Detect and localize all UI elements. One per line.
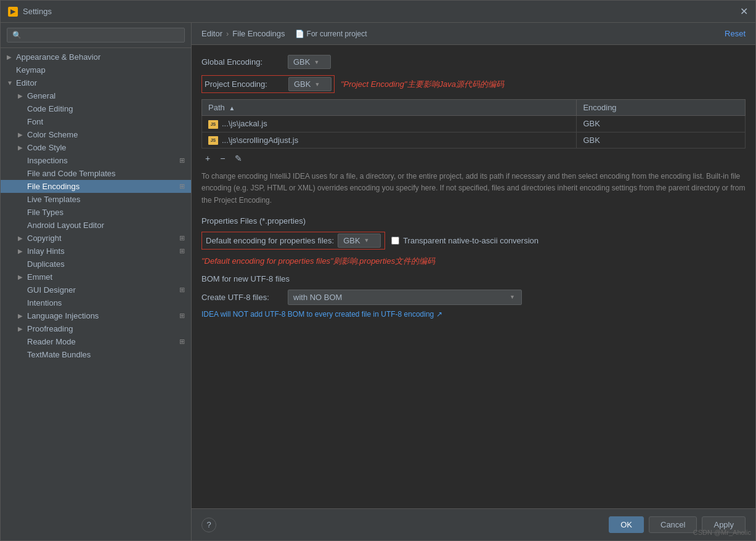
tree-arrow-icon: ▶ xyxy=(18,248,24,254)
bom-info: IDEA will NOT add UTF-8 BOM to every cre… xyxy=(201,310,746,319)
remove-encoding-button[interactable]: − xyxy=(216,152,229,165)
utf8-bom-link[interactable]: UTF-8 BOM xyxy=(264,310,304,319)
tree-arrow-icon: ▶ xyxy=(18,92,24,99)
global-encoding-dropdown[interactable]: GBK ▼ xyxy=(288,55,331,69)
sidebar-item-gui-designer[interactable]: GUI Designer⊞ xyxy=(1,283,191,296)
sidebar-item-duplicates[interactable]: Duplicates xyxy=(1,258,191,270)
sidebar-item-file-types[interactable]: File Types xyxy=(1,206,191,219)
table-cell-path: JS...\js\jackal.js xyxy=(202,116,577,132)
sort-icon: ▲ xyxy=(229,105,235,112)
file-icon: JS xyxy=(208,136,218,145)
table-cell-encoding: GBK xyxy=(577,132,746,148)
window-title: Settings xyxy=(23,7,52,16)
project-encoding-value: GBK xyxy=(294,79,311,89)
sidebar-item-proofreading[interactable]: ▶Proofreading xyxy=(1,322,191,335)
sidebar-item-label: File Types xyxy=(27,208,63,217)
title-bar: ▶ Settings ✕ xyxy=(1,1,755,23)
tree-arrow-icon: ▶ xyxy=(18,325,24,332)
sidebar-item-language-injections[interactable]: ▶Language Injections⊞ xyxy=(1,309,191,322)
sidebar-item-badge: ⊞ xyxy=(179,182,185,190)
sidebar-item-textmate-bundles[interactable]: TextMate Bundles xyxy=(1,348,191,361)
sidebar-item-badge: ⊞ xyxy=(179,338,185,346)
cancel-button[interactable]: Cancel xyxy=(649,516,697,533)
watermark: CSDN @Mr_Aholic xyxy=(693,529,751,536)
global-encoding-value: GBK xyxy=(293,57,310,67)
tree-arrow-icon: ▶ xyxy=(7,54,13,60)
reset-button[interactable]: Reset xyxy=(725,29,746,38)
sidebar-item-label: Font xyxy=(27,117,43,126)
add-encoding-button[interactable]: + xyxy=(201,152,214,165)
project-encoding-label: Project Encoding: xyxy=(205,79,285,89)
help-button[interactable]: ? xyxy=(201,518,216,532)
bom-section-title: BOM for new UTF-8 files xyxy=(201,274,746,283)
sidebar-tree: ▶Appearance & BehaviorKeymap▼Editor▶Gene… xyxy=(1,48,191,540)
sidebar-item-badge: ⊞ xyxy=(179,234,185,242)
sidebar-item-file-code-templates[interactable]: File and Code Templates xyxy=(1,167,191,180)
sidebar-item-label: File and Code Templates xyxy=(27,169,116,178)
ok-button[interactable]: OK xyxy=(609,516,644,533)
sidebar-item-inspections[interactable]: Inspections⊞ xyxy=(1,154,191,167)
sidebar-item-inlay-hints[interactable]: ▶Inlay Hints⊞ xyxy=(1,245,191,258)
for-project-button[interactable]: 📄 For current project xyxy=(295,30,367,38)
sidebar-item-android-layout-editor[interactable]: Android Layout Editor xyxy=(1,219,191,232)
create-utf8-value: with NO BOM xyxy=(293,293,342,302)
close-icon[interactable]: ✕ xyxy=(740,6,748,17)
search-input[interactable] xyxy=(7,28,185,43)
sidebar-item-label: Inspections xyxy=(27,156,68,165)
sidebar-item-label: Appearance & Behavior xyxy=(16,52,100,62)
sidebar-item-label: Color Scheme xyxy=(27,130,78,139)
sidebar-item-copyright[interactable]: ▶Copyright⊞ xyxy=(1,232,191,245)
sidebar-item-label: Duplicates xyxy=(27,259,65,269)
project-encoding-dropdown[interactable]: GBK ▼ xyxy=(288,77,331,91)
sidebar-item-editor[interactable]: ▼Editor xyxy=(1,76,191,89)
table-row[interactable]: JS...\js\scrollingAdjust.jsGBK xyxy=(202,132,746,148)
sidebar-item-label: Code Style xyxy=(27,143,67,152)
table-cell-encoding: GBK xyxy=(577,116,746,132)
table-row[interactable]: JS...\js\jackal.jsGBK xyxy=(202,116,746,132)
sidebar-item-label: Editor xyxy=(16,78,37,87)
sidebar-item-keymap[interactable]: Keymap xyxy=(1,63,191,76)
breadcrumb-current: File Encodings xyxy=(232,29,285,38)
main-area: ▶Appearance & BehaviorKeymap▼Editor▶Gene… xyxy=(1,23,755,540)
sidebar-item-emmet[interactable]: ▶Emmet xyxy=(1,270,191,283)
sidebar-item-badge: ⊞ xyxy=(179,247,185,255)
bom-info-text: IDEA will NOT add UTF-8 BOM to every cre… xyxy=(201,310,442,319)
transparent-label: Transparent native-to-ascii conversion xyxy=(403,236,539,245)
sidebar-item-reader-mode[interactable]: Reader Mode⊞ xyxy=(1,335,191,348)
file-encoding-table: Path ▲ Encoding JS...\js\jackal.jsGBKJS.… xyxy=(201,99,746,148)
sidebar-item-label: Inlay Hints xyxy=(27,246,65,256)
edit-encoding-button[interactable]: ✎ xyxy=(231,152,246,165)
sidebar-item-live-templates[interactable]: Live Templates xyxy=(1,193,191,206)
sidebar-item-general[interactable]: ▶General xyxy=(1,89,191,102)
sidebar-item-label: Proofreading xyxy=(27,324,73,333)
sidebar-item-color-scheme[interactable]: ▶Color Scheme xyxy=(1,128,191,141)
table-header-path: Path ▲ xyxy=(202,100,577,116)
sidebar-item-code-editing[interactable]: Code Editing xyxy=(1,102,191,115)
sidebar-item-code-style[interactable]: ▶Code Style xyxy=(1,141,191,154)
properties-section: Properties Files (*.properties) Default … xyxy=(201,216,746,267)
bom-section: BOM for new UTF-8 files Create UTF-8 fil… xyxy=(201,274,746,319)
create-utf8-label: Create UTF-8 files: xyxy=(201,293,282,302)
sidebar-item-label: General xyxy=(27,91,55,100)
tree-arrow-icon: ▼ xyxy=(7,79,13,86)
search-box xyxy=(1,23,191,48)
sidebar: ▶Appearance & BehaviorKeymap▼Editor▶Gene… xyxy=(1,23,192,540)
tree-arrow-icon: ▶ xyxy=(18,131,24,138)
default-encoding-label: Default encoding for properties files: xyxy=(206,236,334,245)
sidebar-item-font[interactable]: Font xyxy=(1,115,191,128)
content-area: Editor › File Encodings 📄 For current pr… xyxy=(192,23,755,540)
default-encoding-annotated: Default encoding for properties files: G… xyxy=(201,232,385,250)
tree-arrow-icon: ▶ xyxy=(18,144,24,151)
sidebar-item-appearance[interactable]: ▶Appearance & Behavior xyxy=(1,51,191,63)
content-body: Global Encoding: GBK ▼ Project Encoding:… xyxy=(192,45,755,508)
transparent-checkbox[interactable] xyxy=(391,237,399,245)
annotation1: "Project Encoding"主要影响Java源代码的编码 xyxy=(341,79,504,90)
sidebar-item-file-encodings[interactable]: File Encodings⊞ xyxy=(1,180,191,193)
breadcrumb-sep: › xyxy=(226,29,229,38)
content-header: Editor › File Encodings 📄 For current pr… xyxy=(192,23,755,45)
default-encoding-dropdown[interactable]: GBK ▼ xyxy=(338,234,381,248)
create-utf8-dropdown[interactable]: with NO BOM ▼ xyxy=(288,290,522,305)
sidebar-item-label: File Encodings xyxy=(27,182,79,191)
sidebar-item-intentions[interactable]: Intentions xyxy=(1,296,191,309)
sidebar-item-label: Intentions xyxy=(27,298,62,307)
